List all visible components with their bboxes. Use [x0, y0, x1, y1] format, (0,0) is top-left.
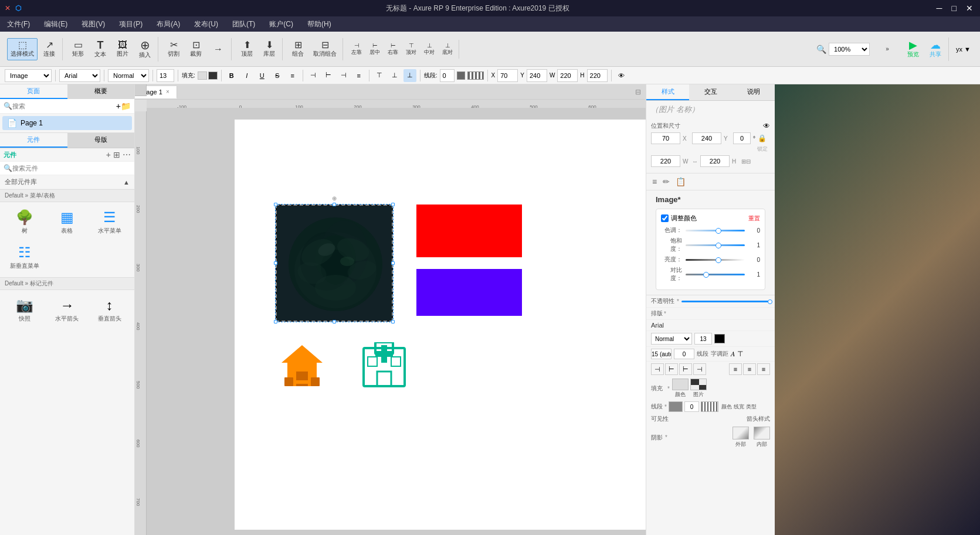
- user-area[interactable]: yx ▼: [951, 46, 975, 53]
- bold-btn[interactable]: B: [225, 69, 238, 82]
- menu-file[interactable]: 文件(F): [5, 18, 32, 30]
- tab-notes[interactable]: 说明: [732, 84, 775, 100]
- zoom-select[interactable]: 100%: [829, 43, 870, 56]
- connect-btn[interactable]: ↗ 连接: [39, 38, 60, 60]
- align-bottom-btn[interactable]: ⊥ 底对: [439, 40, 456, 59]
- comp-item-table[interactable]: ▦ 表格: [47, 207, 87, 237]
- cut-btn[interactable]: ✂ 切割: [163, 38, 184, 60]
- tab-outline[interactable]: 概要: [67, 84, 135, 99]
- text-line-2-btn[interactable]: ≡: [743, 363, 756, 375]
- add-page-btn[interactable]: +: [116, 101, 121, 111]
- fill-color-swatch[interactable]: [672, 379, 689, 390]
- valign-bottom-btn[interactable]: ⊥: [403, 69, 416, 82]
- color-adjust-checkbox[interactable]: [661, 214, 669, 222]
- hue-thumb[interactable]: [715, 228, 721, 234]
- comp-item-vmenu[interactable]: ☷ 新垂直菜单: [5, 242, 45, 272]
- align-center-btn[interactable]: ⊢ 居中: [366, 40, 384, 59]
- handle-tr[interactable]: [391, 203, 395, 206]
- font-color-swatch[interactable]: [714, 334, 725, 343]
- align-mid-btn[interactable]: ⊥ 中对: [421, 40, 438, 59]
- bright-slider[interactable]: [686, 259, 745, 261]
- text-btn[interactable]: T 文本: [90, 38, 111, 61]
- contrast-thumb[interactable]: [703, 272, 709, 278]
- share-btn[interactable]: ☁ 共享: [925, 38, 946, 61]
- font-style-select[interactable]: Normal: [108, 69, 149, 82]
- text-line-1-btn[interactable]: ≡: [729, 363, 742, 375]
- border-width-input[interactable]: [684, 401, 699, 412]
- font-size-input[interactable]: [157, 69, 174, 82]
- select-mode-btn[interactable]: ⬚ 选择模式: [7, 38, 38, 60]
- page-item[interactable]: 📄 Page 1: [2, 116, 132, 130]
- char-spacing-input[interactable]: [674, 349, 694, 359]
- ungroup-btn[interactable]: ⊟ 取消组合: [310, 38, 340, 60]
- shadow-outer-group[interactable]: 外部: [733, 427, 749, 448]
- align-left-prop-btn[interactable]: ⊣: [651, 363, 664, 375]
- edit-icon-btn[interactable]: ✏: [662, 176, 671, 188]
- app-close-icon[interactable]: ✕: [5, 4, 11, 12]
- menu-publish[interactable]: 发布(U): [192, 18, 221, 30]
- text-align-center-btn[interactable]: ⊢: [322, 69, 335, 82]
- comp-search-input[interactable]: [12, 165, 131, 172]
- handle-bl[interactable]: [274, 320, 277, 323]
- sat-thumb[interactable]: [715, 243, 721, 248]
- list-btn[interactable]: ≡: [286, 69, 299, 82]
- window-close-btn[interactable]: ✕: [964, 4, 975, 13]
- handle-bc[interactable]: [333, 320, 336, 323]
- text-format-icon-1[interactable]: 𝐴: [731, 350, 735, 358]
- image-btn[interactable]: 🖼 图片: [112, 38, 133, 60]
- insert-btn[interactable]: ⊕ 插入: [134, 37, 155, 62]
- handle-ml[interactable]: [274, 261, 277, 265]
- position-eye-icon[interactable]: 👁: [763, 122, 770, 130]
- w-size-input[interactable]: [651, 155, 680, 167]
- border-color-swatch[interactable]: [669, 401, 683, 412]
- x-pos-input[interactable]: [651, 132, 680, 144]
- component-type-select[interactable]: Image: [5, 69, 52, 82]
- valign-mid-btn[interactable]: ⊥: [388, 69, 401, 82]
- x-input[interactable]: [497, 69, 518, 82]
- fill-color-dark[interactable]: [208, 71, 218, 80]
- font-family-select[interactable]: Arial: [59, 69, 100, 82]
- group-comp-btn[interactable]: ⊞: [113, 150, 120, 159]
- comp-item-varrow[interactable]: ↕ 垂直箭头: [90, 295, 130, 325]
- eye-btn[interactable]: 👁: [615, 69, 628, 82]
- comp-item-snapshot[interactable]: 📷 快照: [5, 295, 45, 325]
- border-style-swatch[interactable]: [701, 401, 718, 412]
- font-size-right-input[interactable]: [694, 333, 712, 345]
- folder-btn[interactable]: 📁: [121, 101, 131, 111]
- h-size-input[interactable]: [700, 155, 730, 167]
- preview-btn[interactable]: ▶ 预览: [903, 38, 924, 61]
- menu-layout[interactable]: 布局(A): [154, 18, 182, 30]
- rose-image-element[interactable]: ⊕: [276, 205, 393, 322]
- add-comp-btn[interactable]: +: [106, 150, 111, 159]
- menu-team[interactable]: 团队(T): [230, 18, 257, 30]
- align-left-btn[interactable]: ⊣ 左靠: [348, 40, 365, 59]
- valign-top-btn[interactable]: ⊤: [373, 69, 386, 82]
- h-input[interactable]: [587, 69, 608, 82]
- y-input[interactable]: [527, 69, 547, 82]
- style-select[interactable]: Normal: [651, 333, 692, 345]
- canvas-expand-icon[interactable]: ⊟: [630, 88, 646, 96]
- opacity-thumb[interactable]: [768, 299, 772, 304]
- align-justify-prop-btn[interactable]: ⊣: [693, 363, 706, 375]
- line-height-input[interactable]: [651, 349, 672, 359]
- sat-slider[interactable]: [686, 244, 745, 246]
- menu-view[interactable]: 视图(V): [79, 18, 107, 30]
- text-align-justify-btn[interactable]: ≡: [352, 69, 365, 82]
- handle-tc[interactable]: [333, 203, 336, 206]
- rect-btn[interactable]: ▭ 矩形: [67, 38, 89, 60]
- comp-item-harrow[interactable]: → 水平箭头: [47, 295, 87, 325]
- fill-image-swatch[interactable]: [690, 379, 707, 390]
- tab-masters[interactable]: 母版: [67, 133, 135, 148]
- tab-components[interactable]: 元件: [0, 133, 67, 148]
- text-line-3-btn[interactable]: ≡: [757, 363, 770, 375]
- window-maximize-btn[interactable]: □: [950, 4, 959, 13]
- handle-br[interactable]: [391, 320, 395, 323]
- arrow-btn[interactable]: →: [208, 42, 229, 56]
- pages-search-input[interactable]: [12, 103, 116, 110]
- bottom-layer-btn[interactable]: ⬇ 库层: [259, 38, 280, 60]
- w-input[interactable]: [557, 69, 578, 82]
- copy-icon-btn[interactable]: 📋: [674, 176, 687, 188]
- teal-hospital-element[interactable]: [361, 342, 408, 391]
- tab-style[interactable]: 样式: [646, 84, 689, 100]
- element-name-field[interactable]: （图片 名称）: [646, 101, 775, 118]
